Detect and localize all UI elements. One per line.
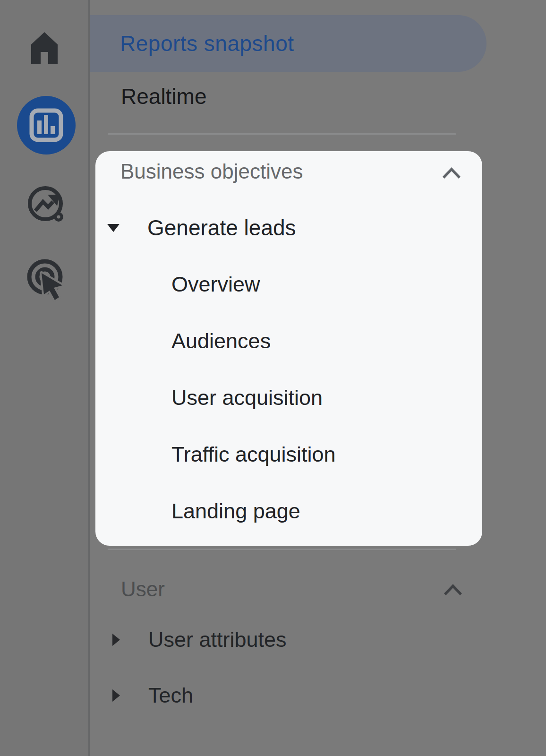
collapsed-triangle-icon[interactable] [111, 688, 121, 703]
advertising-icon[interactable] [18, 250, 73, 305]
reports-snapshot-label: Reports snapshot [120, 31, 294, 56]
sidebar-group-generate-leads[interactable]: Generate leads [107, 213, 296, 243]
chevron-up-icon[interactable] [443, 583, 463, 596]
landing-page-label: Landing page [171, 499, 300, 524]
overview-label: Overview [171, 272, 260, 297]
sidebar-item-traffic-acquisition[interactable]: Traffic acquisition [171, 439, 336, 470]
generate-leads-label: Generate leads [147, 215, 296, 241]
icon-rail [0, 0, 90, 756]
reports-icon[interactable] [16, 94, 77, 156]
business-objectives-spotlight-panel: Business objectives Generate leads Overv… [95, 151, 482, 546]
realtime-label: Realtime [121, 84, 207, 109]
section-divider [108, 549, 456, 550]
sidebar-group-user-attributes[interactable]: User attributes [111, 627, 287, 652]
traffic-acquisition-label: Traffic acquisition [171, 442, 336, 467]
ga4-left-navigation: Reports snapshot Realtime Business objec… [0, 0, 546, 756]
tech-label: Tech [148, 683, 193, 708]
section-divider [108, 133, 456, 135]
collection-header-business-objectives[interactable]: Business objectives [120, 157, 303, 186]
audiences-label: Audiences [171, 329, 271, 353]
business-objectives-title: Business objectives [120, 160, 303, 183]
sidebar-item-overview[interactable]: Overview [171, 269, 260, 300]
chevron-up-icon[interactable] [442, 166, 461, 180]
sidebar-item-audiences[interactable]: Audiences [171, 326, 271, 356]
sidebar-item-user-acquisition[interactable]: User acquisition [171, 383, 323, 413]
user-section-title: User [121, 577, 165, 601]
collection-header-user[interactable]: User [121, 574, 165, 605]
explore-icon[interactable] [24, 182, 68, 226]
expanded-triangle-icon[interactable] [107, 223, 120, 232]
user-acquisition-label: User acquisition [171, 386, 323, 410]
sidebar-item-realtime[interactable]: Realtime [121, 81, 207, 112]
home-icon[interactable] [29, 31, 60, 65]
sidebar-group-tech[interactable]: Tech [111, 683, 193, 708]
sidebar-item-reports-snapshot[interactable]: Reports snapshot [90, 15, 486, 72]
collapsed-triangle-icon[interactable] [111, 633, 121, 647]
user-attributes-label: User attributes [148, 627, 287, 652]
sidebar-item-landing-page[interactable]: Landing page [171, 496, 300, 526]
